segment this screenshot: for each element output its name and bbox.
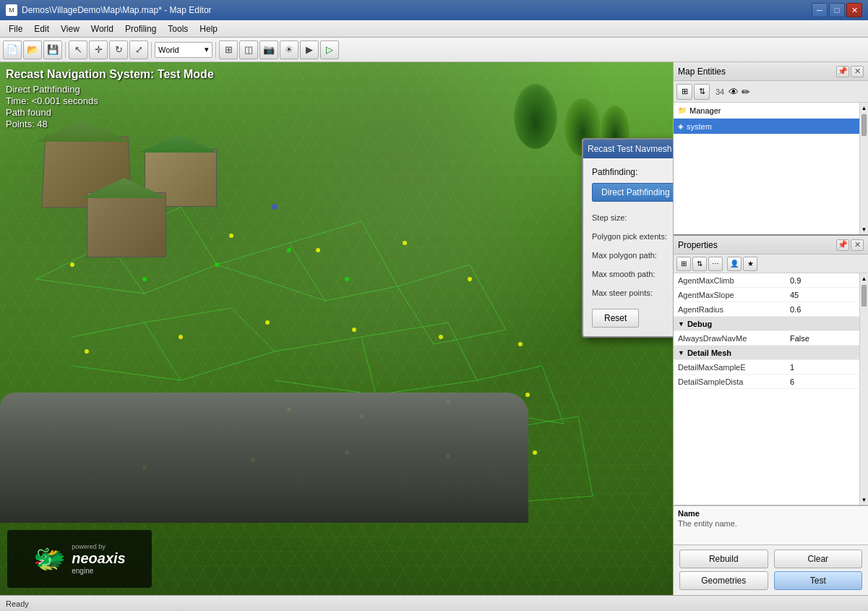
debug-section-label: Debug bbox=[687, 320, 712, 328]
direct-pathfinding-button[interactable]: Direct Pathfinding Mode bbox=[592, 183, 673, 202]
scroll-track bbox=[860, 137, 868, 224]
logo-name: neoaxis bbox=[72, 550, 125, 567]
props-scroll-up[interactable]: ▲ bbox=[860, 273, 868, 283]
clear-button[interactable]: Clear bbox=[774, 550, 863, 568]
entity-item-system-label: system bbox=[687, 122, 712, 131]
eye-icon[interactable]: 👁 bbox=[729, 86, 739, 98]
test-button[interactable]: Test bbox=[774, 571, 863, 590]
geometries-button[interactable]: Geometries bbox=[679, 571, 768, 590]
pathfinding-label: Pathfinding: bbox=[592, 167, 673, 177]
chevron-down-icon: ▾ bbox=[205, 45, 209, 54]
map-entities-header: Map Entities 📌 ✕ bbox=[674, 62, 868, 81]
entity-sort-btn[interactable]: ⇅ bbox=[694, 84, 710, 100]
prop-detail-sample-dist-value[interactable]: 6 bbox=[790, 377, 855, 386]
rocks bbox=[0, 393, 528, 523]
menu-tools[interactable]: Tools bbox=[162, 20, 194, 37]
prop-agent-max-slope-value[interactable]: 45 bbox=[790, 291, 855, 299]
right-panel: Map Entities 📌 ✕ ⊞ ⇅ 34 👁 ✏ 📁 bbox=[673, 62, 868, 595]
scroll-down-button[interactable]: ▼ bbox=[860, 224, 868, 234]
prop-detail-max-sample-value[interactable]: 1 bbox=[790, 363, 855, 372]
menu-help[interactable]: Help bbox=[194, 20, 223, 37]
dialog-title-bar: Recast Test Navmesh ✕ bbox=[583, 140, 673, 158]
props-star-btn[interactable]: ★ bbox=[743, 257, 757, 271]
props-person-btn[interactable]: 👤 bbox=[727, 257, 742, 271]
prop-agent-max-climb-value[interactable]: 0.9 bbox=[790, 276, 855, 285]
entity-item-system[interactable]: ◈ system bbox=[674, 119, 859, 134]
polygon-pick-label: Polygon pick extents: bbox=[592, 232, 673, 241]
max-polygon-path-row: Max polygon path: 512 ▲ ▼ bbox=[592, 248, 673, 262]
entity-item-manager[interactable]: 📁 Manager bbox=[674, 103, 859, 119]
buildings-area bbox=[29, 120, 282, 308]
props-sort-btn[interactable]: ⇅ bbox=[692, 257, 707, 271]
prop-agent-max-slope: AgentMaxSlope 45 bbox=[674, 288, 859, 302]
open-button[interactable]: 📂 bbox=[23, 40, 42, 59]
sep2 bbox=[151, 42, 152, 58]
scroll-thumb[interactable] bbox=[861, 114, 867, 136]
props-scroll-thumb[interactable] bbox=[861, 285, 867, 307]
props-filter-btn[interactable]: ⋯ bbox=[708, 257, 723, 271]
dialog-title-text: Recast Test Navmesh bbox=[588, 144, 672, 154]
entity-list: 📁 Manager ◈ system bbox=[674, 103, 859, 234]
camera-button[interactable]: 📷 bbox=[259, 40, 278, 59]
prop-always-draw-value[interactable]: False bbox=[790, 334, 855, 343]
menu-file[interactable]: File bbox=[3, 20, 28, 37]
props-list-container: AgentMaxClimb 0.9 AgentMaxSlope 45 Agent… bbox=[674, 273, 868, 505]
properties-scrollbar[interactable]: ▲ ▼ bbox=[859, 273, 868, 505]
minimize-button[interactable]: ─ bbox=[812, 3, 828, 17]
play-button[interactable]: ▷ bbox=[320, 40, 339, 59]
pin-button[interactable]: 📌 bbox=[836, 66, 849, 77]
props-pin-button[interactable]: 📌 bbox=[836, 239, 849, 251]
menu-world[interactable]: World bbox=[85, 20, 119, 37]
prop-detail-max-sample: DetailMaxSampleE 1 bbox=[674, 360, 859, 375]
grid-button[interactable]: ⊞ bbox=[219, 40, 238, 59]
prop-always-draw-name: AlwaysDrawNavMe bbox=[678, 334, 790, 343]
hud-line4: Points: 48 bbox=[6, 119, 214, 129]
prop-desc-text: The entity name. bbox=[678, 519, 864, 528]
properties-panel: Properties 📌 ✕ ⊞ ⇅ ⋯ 👤 ★ AgentMaxClimb bbox=[674, 236, 868, 595]
props-close-button[interactable]: ✕ bbox=[851, 239, 864, 251]
close-panel-button[interactable]: ✕ bbox=[851, 66, 864, 77]
viewport[interactable]: Recast Navigation System: Test Mode Dire… bbox=[0, 62, 673, 595]
rotate-tool[interactable]: ↻ bbox=[109, 40, 128, 59]
properties-toolbar: ⊞ ⇅ ⋯ 👤 ★ bbox=[674, 255, 868, 273]
light-button[interactable]: ☀ bbox=[280, 40, 298, 59]
menu-view[interactable]: View bbox=[55, 20, 85, 37]
close-button[interactable]: ✕ bbox=[846, 3, 862, 17]
snap-button[interactable]: ◫ bbox=[239, 40, 258, 59]
rebuild-button[interactable]: Rebuild bbox=[679, 550, 768, 568]
props-scroll-down[interactable]: ▼ bbox=[860, 495, 868, 505]
scale-tool[interactable]: ⤢ bbox=[129, 40, 148, 59]
detail-mesh-collapse-icon[interactable]: ▼ bbox=[678, 349, 684, 356]
debug-section: ▼ Debug bbox=[674, 317, 859, 331]
scroll-up-button[interactable]: ▲ bbox=[860, 103, 868, 113]
dialog-body: Pathfinding: Direct Pathfinding Mode Ste… bbox=[583, 158, 673, 336]
menu-edit[interactable]: Edit bbox=[28, 20, 55, 37]
action-row-2: Geometries Test bbox=[679, 571, 862, 590]
save-button[interactable]: 💾 bbox=[43, 40, 62, 59]
menu-profiling[interactable]: Profiling bbox=[119, 20, 162, 37]
debug-collapse-icon[interactable]: ▼ bbox=[678, 320, 684, 328]
detail-mesh-section-label: Detail Mesh bbox=[687, 349, 731, 357]
entity-scrollbar[interactable]: ▲ ▼ bbox=[859, 103, 868, 234]
status-bar: Ready bbox=[0, 595, 868, 611]
powered-by-label: powered by bbox=[72, 543, 125, 550]
reset-button[interactable]: Reset bbox=[592, 309, 639, 328]
sep1 bbox=[65, 42, 66, 58]
move-tool[interactable]: ✛ bbox=[89, 40, 108, 59]
window-title: Demos\VillageDemo\Map\Map.map* - Map Edi… bbox=[22, 5, 212, 15]
step-size-label: Step size: bbox=[592, 213, 673, 222]
edit-icon[interactable]: ✏ bbox=[742, 86, 750, 98]
world-dropdown[interactable]: World ▾ bbox=[155, 42, 212, 58]
render-button[interactable]: ▶ bbox=[300, 40, 319, 59]
props-scroll-track bbox=[860, 308, 868, 495]
status-text: Ready bbox=[6, 599, 29, 608]
props-grid-btn[interactable]: ⊞ bbox=[676, 257, 691, 271]
select-tool[interactable]: ↖ bbox=[69, 40, 87, 59]
tree-2 bbox=[514, 84, 557, 149]
prop-agent-radius-value[interactable]: 0.6 bbox=[790, 305, 855, 314]
properties-header: Properties 📌 ✕ bbox=[674, 236, 868, 255]
properties-header-buttons: 📌 ✕ bbox=[836, 239, 864, 251]
new-button[interactable]: 📄 bbox=[3, 40, 22, 59]
maximize-button[interactable]: □ bbox=[829, 3, 845, 17]
entity-grid-btn[interactable]: ⊞ bbox=[676, 84, 692, 100]
